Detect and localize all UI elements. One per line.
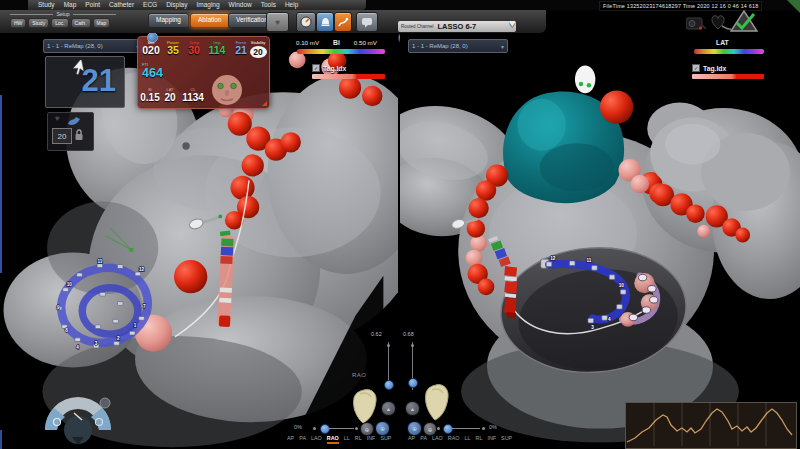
pan-slider-knob-left[interactable]	[320, 424, 330, 434]
metric-temp: Temp 30	[183, 41, 205, 57]
zoom-slider-top-dot	[387, 344, 390, 347]
points-counter-panel: 21	[45, 56, 125, 108]
orient-sup[interactable]: SUP	[380, 435, 391, 444]
mapping-mode-button[interactable]: Mapping	[148, 13, 189, 28]
setup-hw-button[interactable]: HW	[10, 18, 26, 28]
chevron-down-icon: ▾	[501, 43, 504, 50]
stability-face-icon	[209, 73, 245, 107]
orient-lao[interactable]: LAO	[311, 435, 322, 444]
projection-button-left-b[interactable]: ⊕	[375, 421, 390, 436]
alarm-tool-button[interactable]	[316, 12, 334, 32]
zoom-slider-knob-left[interactable]	[384, 380, 394, 390]
map-selector-left[interactable]: 1 - 1 - ReMap (28, 0) ▾	[43, 39, 143, 53]
heart-view-button[interactable]: ♥	[266, 12, 289, 32]
map-selector-right-value: 1 - 1 - ReMap (28, 0)	[412, 43, 468, 49]
map-selector-left-value: 1 - 1 - ReMap (28, 0)	[47, 43, 103, 49]
heart-status-icon: ♥	[509, 17, 516, 29]
projection-button-right-b[interactable]: ⊕	[423, 422, 437, 436]
reset-view-button-left[interactable]: ▲	[381, 401, 396, 416]
bi-color-bar	[297, 49, 385, 54]
compass-tool-button[interactable]	[296, 12, 316, 32]
force-threshold-value[interactable]: 20	[52, 128, 72, 144]
orient-rl[interactable]: RL	[355, 435, 362, 444]
chat-bubble-icon	[361, 17, 373, 28]
heart-orientation-icon-right[interactable]	[423, 383, 451, 421]
zoom-slider-knob-right[interactable]	[408, 378, 418, 388]
projection-button-right-a[interactable]: ⊕	[407, 421, 422, 436]
svg-text:10: 10	[67, 282, 73, 287]
system-check-status-icon[interactable]	[729, 9, 759, 33]
tagidx-legend-left: ✓ Tag.Idx	[312, 64, 346, 72]
orient-sup[interactable]: SUP	[501, 435, 512, 442]
setup-loc-button[interactable]: Loc.	[51, 18, 68, 28]
globe-icon: ⊕	[412, 425, 417, 432]
menu-window[interactable]: Window	[229, 1, 252, 8]
orient-rao[interactable]: RAO	[327, 435, 339, 444]
orient-ll[interactable]: LL	[464, 435, 470, 442]
heart-cable-status-icon[interactable]	[709, 13, 731, 32]
metric-stability: Stability 20	[248, 41, 268, 58]
menu-imaging[interactable]: Imaging	[196, 1, 219, 8]
video-edge-artifact	[0, 430, 2, 449]
menu-tools[interactable]: Tools	[261, 1, 276, 8]
compass-icon	[300, 16, 312, 28]
orient-ap[interactable]: AP	[408, 435, 415, 442]
map-selector-right[interactable]: 1 - 1 - ReMap (28, 0) ▾	[408, 39, 508, 53]
panel-resize-corner[interactable]	[262, 101, 267, 106]
globe-icon: ⊕	[380, 425, 385, 432]
menu-ecg[interactable]: ECG	[143, 1, 157, 8]
pan-value-left: 0%	[294, 424, 302, 430]
menu-help[interactable]: Help	[285, 1, 298, 8]
pan-slider-knob-right[interactable]	[443, 424, 453, 434]
menu-display[interactable]: Display	[166, 1, 187, 8]
points-count-value: 21	[82, 65, 116, 96]
ablation-mode-button[interactable]: Ablation	[190, 13, 230, 28]
tagidx-checkbox[interactable]: ✓	[312, 64, 320, 72]
menu-map[interactable]: Map	[64, 1, 77, 8]
orientation-ghost-label: RAO	[352, 372, 367, 378]
catheter-tool-button[interactable]	[334, 12, 352, 32]
menu-point[interactable]: Point	[85, 1, 100, 8]
orient-pa[interactable]: PA	[420, 435, 427, 442]
lat-color-bar	[694, 49, 764, 54]
reset-view-button-right[interactable]: ▲	[405, 401, 420, 416]
orientation-compass[interactable]	[43, 395, 113, 447]
metric-sec: Sec 020	[140, 41, 162, 57]
orient-pa[interactable]: PA	[299, 435, 306, 444]
globe-icon: ⊕	[427, 426, 432, 433]
setup-cath-button[interactable]: Cath.	[71, 18, 91, 28]
orient-ll[interactable]: LL	[344, 435, 350, 444]
tagidx-label: Tag.Idx	[703, 65, 726, 72]
bi-scale-labels: 0.10 mV Bi 0.50 mV	[296, 39, 377, 46]
menu-study[interactable]: Study	[38, 1, 55, 8]
heart-orientation-icon-left[interactable]	[350, 388, 380, 424]
message-tool-button[interactable]	[356, 12, 378, 32]
menu-catheter[interactable]: Catheter	[109, 1, 134, 8]
orient-ap[interactable]: AP	[287, 435, 294, 444]
svg-text:7: 7	[143, 304, 146, 309]
orient-inf[interactable]: INF	[487, 435, 496, 442]
setup-group-label: Setup	[56, 11, 69, 17]
projection-button-left-a[interactable]: ⊕	[360, 422, 374, 436]
svg-text:8: 8	[65, 328, 68, 333]
map-3d-view-right[interactable]: 12 11 10 4 3	[400, 33, 800, 449]
routed-channel-value: LASSO 6-7	[438, 22, 477, 31]
pan-slider-track-left[interactable]	[329, 428, 354, 429]
pan-slider-track-right[interactable]	[452, 428, 480, 429]
tagidx-checkbox[interactable]: ✓	[692, 64, 700, 72]
teal-shading	[540, 143, 614, 191]
camera-status-icon[interactable]	[686, 15, 706, 32]
orient-rl[interactable]: RL	[475, 435, 482, 442]
setup-group: Setup HW Study Loc. Cath. Map	[10, 11, 116, 28]
orient-inf[interactable]: INF	[367, 435, 376, 444]
pan-value-right: 0%	[489, 424, 497, 430]
setup-map-button[interactable]: Map	[93, 18, 111, 28]
heart-icon: ♥	[275, 18, 280, 27]
svg-text:3: 3	[95, 341, 98, 346]
orientation-buttons-right: AP PA LAO RAO LL RL INF SUP	[408, 435, 512, 442]
setup-study-button[interactable]: Study	[28, 18, 49, 28]
orient-lao[interactable]: LAO	[432, 435, 443, 442]
bi-scale-max: 0.50 mV	[354, 39, 377, 46]
orient-rao[interactable]: RAO	[448, 435, 460, 442]
compass-knob[interactable]	[100, 398, 110, 408]
